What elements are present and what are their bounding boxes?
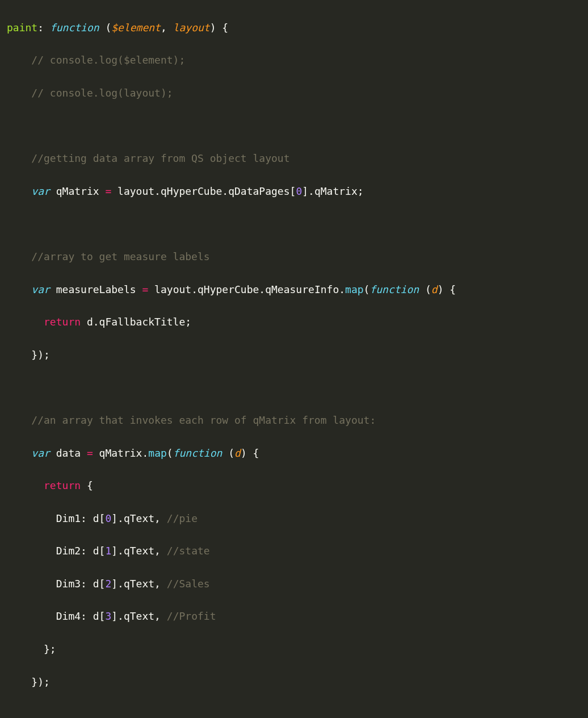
code-line (0, 216, 588, 232)
comment: //getting data array from QS object layo… (31, 152, 289, 164)
param: $element (111, 22, 161, 34)
param: layout (173, 22, 210, 34)
code-line: var measureLabels = layout.qHyperCube.qM… (0, 282, 588, 298)
code-line: }); (0, 347, 588, 364)
code-line: var data = qMatrix.map(function (d) { (0, 445, 588, 462)
number: 1 (105, 545, 111, 557)
code-line: return { (0, 478, 588, 494)
keyword-function: function (173, 447, 229, 459)
number: 2 (105, 578, 111, 590)
comment: //state (167, 545, 210, 557)
comment: //array to get measure labels (31, 251, 209, 262)
code-line: //getting data array from QS object layo… (0, 151, 588, 167)
code-line: Dim3: d[2].qText, //Sales (0, 576, 588, 592)
code-line: Dim2: d[1].qText, //state (0, 543, 588, 560)
code-line: }); (0, 674, 588, 691)
code-line: paint: function ($element, layout) { (0, 20, 588, 36)
number: 0 (296, 185, 302, 197)
keyword-return: return (44, 316, 81, 328)
code-line (0, 379, 588, 396)
code-line: //array to get measure labels (0, 249, 588, 265)
comment: // console.log($element); (31, 54, 185, 66)
comment: // console.log(layout); (31, 87, 173, 99)
comment: //pie (167, 512, 198, 524)
code-line: // console.log(layout); (0, 85, 588, 102)
number: 0 (105, 512, 111, 524)
code-line: return d.qFallbackTitle; (0, 314, 588, 331)
comment: //Sales (167, 578, 210, 590)
code-line: var qMatrix = layout.qHyperCube.qDataPag… (0, 183, 588, 200)
keyword-function: function (369, 283, 425, 295)
keyword-var: var (31, 283, 56, 295)
keyword-function: function (50, 22, 106, 34)
number: 3 (105, 610, 111, 622)
code-line (0, 118, 588, 135)
code-line: //an array that invokes each row of qMat… (0, 412, 588, 429)
keyword-var: var (31, 185, 56, 197)
keyword-var: var (31, 447, 56, 459)
keyword-return: return (44, 479, 81, 491)
param: d (234, 447, 241, 459)
property-name: paint (7, 22, 37, 34)
param: d (431, 283, 438, 295)
code-line (0, 707, 588, 718)
code-line: Dim1: d[0].qText, //pie (0, 511, 588, 527)
comment: //an array that invokes each row of qMat… (31, 414, 376, 426)
code-line: }; (0, 641, 588, 658)
code-line: // console.log($element); (0, 52, 588, 69)
comment: //Profit (167, 610, 216, 622)
method-call: map (148, 447, 167, 459)
method-call: map (345, 283, 364, 295)
code-line: Dim4: d[3].qText, //Profit (0, 608, 588, 625)
code-editor[interactable]: paint: function ($element, layout) { // … (0, 0, 588, 718)
